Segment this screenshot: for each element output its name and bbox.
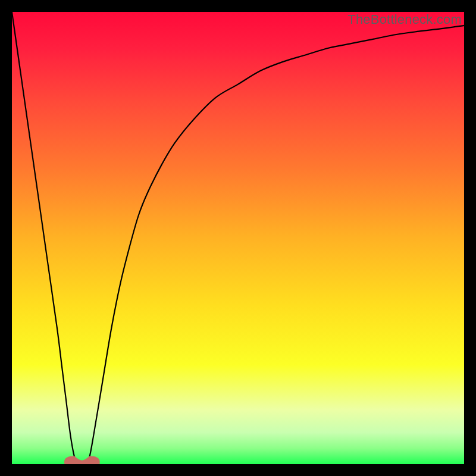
gradient-background <box>12 12 464 464</box>
chart-frame: TheBottleneck.com <box>12 12 464 464</box>
bottleneck-chart <box>12 12 464 464</box>
watermark-text: TheBottleneck.com <box>347 12 462 27</box>
